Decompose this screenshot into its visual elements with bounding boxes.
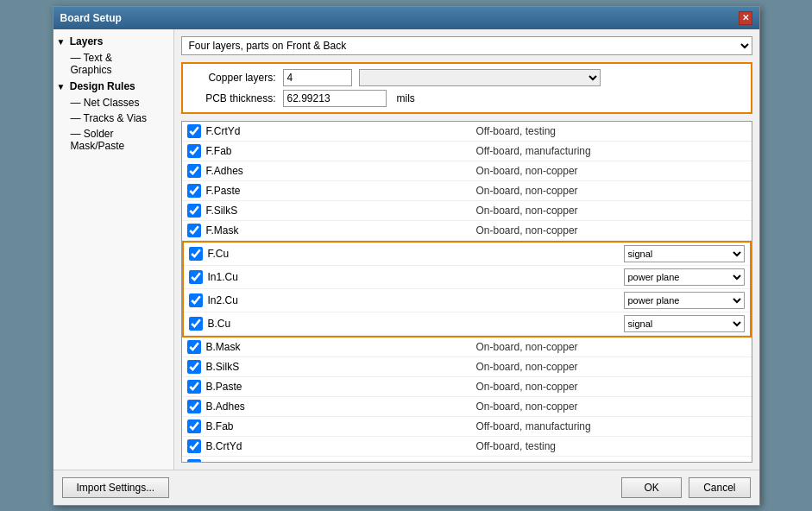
copper-layers-group: F.Cu signal power plane mixed jumper bbox=[182, 241, 752, 338]
layer-check-bcu[interactable] bbox=[189, 317, 203, 331]
layers-scroll[interactable]: F.CrtYd Off-board, testing F.Fab Off-boa… bbox=[182, 122, 752, 463]
layer-desc-bfab: Off-board, manufacturing bbox=[476, 420, 746, 432]
expand-icon-layers: ▼ bbox=[57, 37, 66, 47]
layer-name-edgecuts: Edge.Cuts bbox=[206, 460, 476, 463]
ok-button[interactable]: OK bbox=[621, 477, 682, 498]
layer-type-fcu[interactable]: signal power plane mixed jumper bbox=[624, 245, 745, 262]
layer-check-bpaste[interactable] bbox=[187, 380, 201, 394]
layer-name-bpaste: B.Paste bbox=[206, 381, 476, 393]
layer-check-fsilks[interactable] bbox=[187, 204, 201, 218]
layer-check-bsilks[interactable] bbox=[187, 360, 201, 374]
layer-row-in2cu: In2.Cu signal power plane mixed jumper bbox=[184, 289, 750, 312]
pcb-thickness-input[interactable] bbox=[283, 90, 387, 107]
layer-row-fmask: F.Mask On-board, non-copper bbox=[182, 221, 752, 241]
layer-type-bcu[interactable]: signal power plane mixed jumper bbox=[624, 315, 745, 332]
layer-check-fcu[interactable] bbox=[189, 247, 203, 261]
layer-row-fpaste: F.Paste On-board, non-copper bbox=[182, 181, 752, 201]
close-button[interactable]: ✕ bbox=[739, 11, 752, 25]
dialog-footer: Import Settings... OK Cancel bbox=[54, 470, 759, 505]
copper-layers-dropdown[interactable] bbox=[359, 69, 601, 86]
layer-desc-bcrtyd: Off-board, testing bbox=[476, 440, 746, 452]
layer-desc-fcrtyd: Off-board, testing bbox=[476, 125, 746, 137]
layer-row-in1cu: In1.Cu signal power plane mixed jumper bbox=[184, 266, 750, 289]
layer-check-bmask[interactable] bbox=[187, 340, 201, 354]
sidebar-item-layers[interactable]: ▼ Layers bbox=[54, 33, 173, 50]
layer-row-bcrtyd: B.CrtYd Off-board, testing bbox=[182, 437, 752, 457]
layer-row-fsilks: F.SilkS On-board, non-copper bbox=[182, 201, 752, 221]
layer-check-edgecuts[interactable] bbox=[187, 459, 201, 463]
layer-check-fcrtyd[interactable] bbox=[187, 124, 201, 138]
layer-desc-fmask: On-board, non-copper bbox=[476, 224, 746, 237]
layer-type-in1cu[interactable]: signal power plane mixed jumper bbox=[624, 268, 745, 286]
layer-name-fmask: F.Mask bbox=[206, 224, 476, 237]
layer-check-fadhes[interactable] bbox=[187, 164, 201, 178]
pcb-thickness-label: PCB thickness: bbox=[190, 92, 276, 104]
dialog-body: ▼ Layers — Text & Graphics ▼ Design Rule… bbox=[54, 29, 759, 470]
copper-section: Copper layers: PCB thickness: mils bbox=[181, 62, 752, 114]
layer-check-bfab[interactable] bbox=[187, 420, 201, 433]
layer-desc-fpaste: On-board, non-copper bbox=[476, 185, 746, 197]
layer-name-fcrtyd: F.CrtYd bbox=[206, 125, 476, 137]
layer-desc-fsilks: On-board, non-copper bbox=[476, 205, 746, 217]
title-bar: Board Setup ✕ bbox=[54, 7, 759, 29]
sidebar-label-solder-mask: — Solder Mask/Paste bbox=[71, 128, 125, 152]
layer-check-badhes[interactable] bbox=[187, 400, 201, 413]
layer-desc-bsilks: On-board, non-copper bbox=[476, 361, 746, 373]
dialog-title: Board Setup bbox=[60, 12, 122, 24]
preset-select[interactable]: Four layers, parts on Front & Back bbox=[181, 36, 752, 55]
layer-row-ffab: F.Fab Off-board, manufacturing bbox=[182, 142, 752, 161]
layer-check-fpaste[interactable] bbox=[187, 184, 201, 198]
layer-name-bcu: B.Cu bbox=[208, 318, 416, 330]
cancel-button[interactable]: Cancel bbox=[689, 477, 750, 498]
layer-desc-fadhes: On-board, non-copper bbox=[476, 165, 746, 177]
layer-name-fpaste: F.Paste bbox=[206, 185, 476, 197]
layer-row-bfab: B.Fab Off-board, manufacturing bbox=[182, 417, 752, 437]
layer-name-badhes: B.Adhes bbox=[206, 401, 476, 413]
sidebar-item-design-rules[interactable]: ▼ Design Rules bbox=[54, 78, 173, 95]
copper-layers-label: Copper layers: bbox=[190, 72, 276, 84]
sidebar-item-net-classes[interactable]: — Net Classes bbox=[54, 95, 173, 110]
sidebar-item-tracks-vias[interactable]: — Tracks & Vias bbox=[54, 110, 173, 126]
mils-label: mils bbox=[397, 92, 415, 104]
layer-name-in2cu: In2.Cu bbox=[208, 294, 416, 306]
layer-name-bcrtyd: B.CrtYd bbox=[206, 440, 476, 452]
layer-row-bsilks: B.SilkS On-board, non-copper bbox=[182, 357, 752, 377]
preset-row: Four layers, parts on Front & Back bbox=[181, 36, 752, 55]
layer-row-badhes: B.Adhes On-board, non-copper bbox=[182, 397, 752, 417]
board-setup-dialog: Board Setup ✕ ▼ Layers — Text & Graphics… bbox=[53, 6, 760, 506]
layer-desc-bmask: On-board, non-copper bbox=[476, 341, 746, 353]
sidebar-item-text-graphics[interactable]: — Text & Graphics bbox=[54, 50, 173, 78]
layer-name-bsilks: B.SilkS bbox=[206, 361, 476, 373]
layer-name-bmask: B.Mask bbox=[206, 341, 476, 353]
layer-check-bcrtyd[interactable] bbox=[187, 439, 201, 453]
layer-row-edgecuts: Edge.Cuts Board contour bbox=[182, 457, 752, 463]
layer-name-bfab: B.Fab bbox=[206, 420, 476, 432]
layer-row-bcu: B.Cu signal power plane mixed jumper bbox=[184, 312, 750, 336]
sidebar-item-solder-mask[interactable]: — Solder Mask/Paste bbox=[54, 126, 173, 154]
layer-check-in2cu[interactable] bbox=[189, 293, 203, 307]
layer-check-fmask[interactable] bbox=[187, 224, 201, 237]
layer-name-fadhes: F.Adhes bbox=[206, 165, 476, 177]
layer-row-bmask: B.Mask On-board, non-copper bbox=[182, 338, 752, 357]
layer-row-fcu: F.Cu signal power plane mixed jumper bbox=[184, 243, 750, 266]
layer-check-in1cu[interactable] bbox=[189, 270, 203, 284]
layer-row-fadhes: F.Adhes On-board, non-copper bbox=[182, 161, 752, 181]
copper-layers-row: Copper layers: bbox=[190, 69, 744, 86]
sidebar-label-design-rules: Design Rules bbox=[70, 80, 135, 92]
copper-layers-input[interactable] bbox=[283, 69, 352, 86]
layers-list-container: F.CrtYd Off-board, testing F.Fab Off-boa… bbox=[181, 121, 752, 463]
layer-desc-ffab: Off-board, manufacturing bbox=[476, 145, 746, 157]
layer-type-in2cu[interactable]: signal power plane mixed jumper bbox=[624, 292, 745, 309]
layer-desc-edgecuts: Board contour bbox=[476, 460, 746, 463]
layer-name-in1cu: In1.Cu bbox=[208, 271, 416, 283]
expand-icon-design-rules: ▼ bbox=[57, 82, 66, 91]
sidebar-label-layers: Layers bbox=[70, 35, 104, 47]
main-content: Four layers, parts on Front & Back Coppe… bbox=[174, 29, 759, 470]
layer-desc-badhes: On-board, non-copper bbox=[476, 401, 746, 413]
layer-name-fsilks: F.SilkS bbox=[206, 205, 476, 217]
layer-check-ffab[interactable] bbox=[187, 144, 201, 158]
import-settings-button[interactable]: Import Settings... bbox=[62, 477, 170, 498]
layer-name-fcu: F.Cu bbox=[208, 248, 416, 260]
layer-name-ffab: F.Fab bbox=[206, 145, 476, 157]
sidebar-label-tracks-vias: — Tracks & Vias bbox=[71, 112, 147, 124]
